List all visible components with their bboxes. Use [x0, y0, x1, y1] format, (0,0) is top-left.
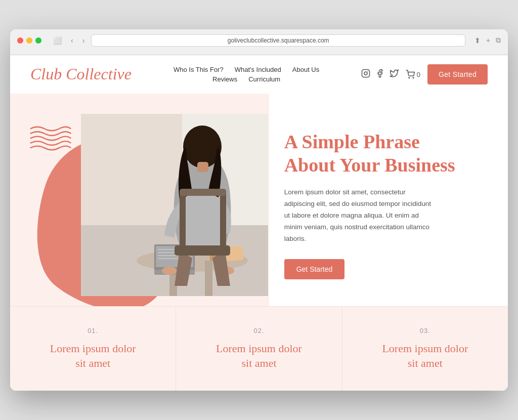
browser-window: ⬜ ‹ › goliveclubcollective.squarespace.c…	[10, 29, 508, 391]
address-bar[interactable]: goliveclubcollective.squarespace.com	[91, 34, 465, 47]
svg-rect-28	[220, 190, 226, 250]
close-button[interactable]	[17, 37, 23, 44]
browser-actions: ⬆ ＋ ⧉	[474, 36, 501, 45]
svg-rect-27	[180, 190, 186, 250]
cart-icon[interactable]: 0	[406, 70, 420, 79]
website-content: Club Collective Who Is This For? What's …	[10, 55, 508, 391]
sidebar-toggle-button[interactable]: ⬜	[51, 35, 64, 46]
header-right: 0 Get Started	[361, 64, 488, 85]
browser-nav: ⬜ ‹ ›	[51, 35, 87, 46]
nav-curriculum-link[interactable]: Curriculum	[248, 75, 280, 83]
svg-rect-25	[197, 162, 208, 172]
svg-rect-0	[362, 69, 370, 77]
instagram-icon[interactable]	[361, 69, 370, 80]
site-logo: Club Collective	[30, 65, 132, 83]
browser-chrome: ⬜ ‹ › goliveclubcollective.squarespace.c…	[10, 29, 508, 55]
feature-number-2: 02.	[191, 327, 326, 334]
back-button[interactable]: ‹	[68, 35, 76, 46]
feature-title-2: Lorem ipsum dolor sit amet	[191, 342, 326, 370]
hero-image-area	[10, 94, 269, 306]
twitter-icon[interactable]	[390, 69, 399, 80]
forward-button[interactable]: ›	[80, 35, 88, 46]
hero-heading: A Simple Phrase About Your Business	[284, 131, 483, 177]
hero-section: A Simple Phrase About Your Business Lore…	[10, 94, 508, 306]
nav-row-1: Who Is This For? What's Included About U…	[174, 66, 319, 73]
share-button[interactable]: ⬆	[474, 36, 481, 45]
feature-item-1: 01. Lorem ipsum dolor sit amet	[10, 307, 176, 391]
social-icons	[361, 69, 399, 80]
nav-included-link[interactable]: What's Included	[235, 66, 281, 73]
minimize-button[interactable]	[26, 37, 32, 44]
facebook-icon[interactable]	[375, 69, 384, 80]
svg-rect-29	[180, 189, 226, 196]
duplicate-button[interactable]: ⧉	[496, 36, 501, 45]
nav-who-link[interactable]: Who Is This For?	[174, 66, 224, 73]
header-cta-button[interactable]: Get Started	[427, 64, 488, 85]
hero-right: A Simple Phrase About Your Business Lore…	[269, 94, 508, 306]
feature-title-3: Lorem ipsum dolor sit amet	[358, 342, 493, 370]
svg-point-1	[364, 72, 367, 75]
site-nav: Who Is This For? What's Included About U…	[174, 66, 319, 83]
feature-item-2: 02. Lorem ipsum dolor sit amet	[176, 307, 342, 391]
feature-number-3: 03.	[358, 327, 493, 334]
hero-photo	[81, 114, 268, 296]
features-section: 01. Lorem ipsum dolor sit amet 02. Lorem…	[10, 306, 508, 391]
site-header: Club Collective Who Is This For? What's …	[10, 55, 508, 94]
nav-reviews-link[interactable]: Reviews	[212, 75, 237, 83]
feature-title-1: Lorem ipsum dolor sit amet	[25, 342, 160, 370]
wave-decoration	[28, 124, 73, 154]
new-tab-button[interactable]: ＋	[485, 36, 492, 45]
svg-point-22	[162, 267, 177, 275]
nav-row-2: Reviews Curriculum	[212, 75, 280, 83]
nav-about-link[interactable]: About Us	[292, 66, 319, 73]
feature-item-3: 03. Lorem ipsum dolor sit amet	[342, 307, 508, 391]
hero-body-text: Lorem ipsum dolor sit amet, consectetur …	[284, 187, 436, 245]
maximize-button[interactable]	[35, 37, 41, 44]
feature-number-1: 01.	[25, 327, 160, 334]
traffic-lights	[17, 37, 41, 44]
svg-rect-11	[205, 261, 212, 296]
hero-cta-button[interactable]: Get Started	[284, 259, 345, 279]
svg-point-4	[413, 77, 414, 78]
svg-point-3	[409, 77, 410, 78]
svg-point-2	[368, 71, 369, 72]
